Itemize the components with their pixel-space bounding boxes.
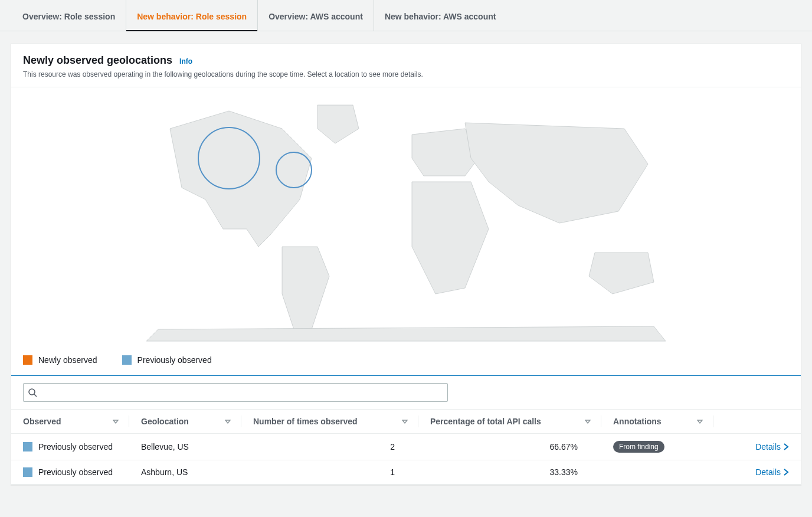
details-link[interactable]: Details — [755, 467, 789, 477]
svg-point-0 — [29, 389, 35, 395]
percentage-cell: 66.67% — [418, 434, 601, 460]
geolocation-cell: Ashburn, US — [129, 460, 241, 485]
observed-label: Previously observed — [38, 442, 113, 451]
panel-title: Newly observed geolocations — [23, 54, 172, 67]
row-swatch — [23, 442, 32, 451]
svg-line-1 — [34, 394, 37, 397]
world-map[interactable] — [11, 87, 801, 347]
tab-new-behavior-aws-account[interactable]: New behavior: AWS account — [374, 0, 507, 31]
times-cell: 2 — [241, 434, 418, 460]
geolocation-cell: Bellevue, US — [129, 434, 241, 460]
geolocations-table: Observed Geolocation Number of times obs… — [11, 409, 801, 485]
search-box — [23, 383, 448, 402]
annotations-cell: From finding — [601, 434, 713, 460]
tab-overview-aws-account[interactable]: Overview: AWS account — [258, 0, 374, 31]
row-swatch — [23, 467, 32, 477]
table-row: Previously observed Ashburn, US 1 33.33%… — [11, 460, 801, 485]
world-map-svg — [135, 93, 677, 347]
col-annotations[interactable]: Annotations — [601, 410, 713, 434]
tab-new-behavior-role-session[interactable]: New behavior: Role session — [126, 0, 258, 31]
legend-label: Newly observed — [38, 355, 97, 365]
percentage-cell: 33.33% — [418, 460, 601, 485]
info-link[interactable]: Info — [179, 57, 192, 66]
sort-icon — [585, 418, 591, 424]
col-label: Annotations — [613, 417, 662, 426]
annotation-badge: From finding — [613, 441, 664, 453]
sort-icon — [697, 418, 703, 424]
map-legend: Newly observed Previously observed — [11, 347, 801, 375]
col-details — [713, 410, 801, 434]
col-label: Observed — [23, 417, 61, 426]
geolocations-panel: Newly observed geolocations Info This re… — [11, 43, 801, 485]
tab-label: New behavior: Role session — [137, 12, 247, 21]
tabs-bar: Overview: Role session New behavior: Rol… — [0, 0, 812, 31]
search-input[interactable] — [23, 383, 448, 402]
sort-icon — [113, 418, 119, 424]
col-times-observed[interactable]: Number of times observed — [241, 410, 418, 434]
legend-previously-observed: Previously observed — [122, 355, 212, 365]
col-geolocation[interactable]: Geolocation — [129, 410, 241, 434]
sort-icon — [225, 418, 231, 424]
observed-cell: Previously observed — [23, 442, 117, 451]
chevron-right-icon — [783, 469, 789, 476]
table-body: Previously observed Bellevue, US 2 66.67… — [11, 434, 801, 485]
col-label: Percentage of total API calls — [430, 417, 541, 426]
details-label: Details — [755, 467, 781, 477]
tab-label: New behavior: AWS account — [385, 12, 496, 21]
tab-label: Overview: AWS account — [269, 12, 363, 21]
col-label: Geolocation — [141, 417, 189, 426]
col-observed[interactable]: Observed — [11, 410, 129, 434]
search-row — [11, 376, 801, 409]
observed-cell: Previously observed — [23, 467, 117, 477]
legend-label: Previously observed — [137, 355, 212, 365]
table-section: Observed Geolocation Number of times obs… — [11, 375, 801, 485]
tab-label: Overview: Role session — [22, 12, 115, 21]
panel-description: This resource was observed operating in … — [23, 70, 789, 78]
col-percentage[interactable]: Percentage of total API calls — [418, 410, 601, 434]
swatch-previously-observed — [122, 355, 132, 365]
search-icon — [28, 388, 37, 397]
sort-icon — [402, 418, 408, 424]
panel-header: Newly observed geolocations Info This re… — [11, 44, 801, 87]
table-header-row: Observed Geolocation Number of times obs… — [11, 410, 801, 434]
details-label: Details — [755, 442, 781, 451]
col-label: Number of times observed — [253, 417, 358, 426]
swatch-newly-observed — [23, 355, 32, 365]
legend-newly-observed: Newly observed — [23, 355, 97, 365]
times-cell: 1 — [241, 460, 418, 485]
annotations-cell — [601, 460, 713, 485]
chevron-right-icon — [783, 443, 789, 450]
observed-label: Previously observed — [38, 467, 113, 477]
details-link[interactable]: Details — [755, 442, 789, 451]
table-row: Previously observed Bellevue, US 2 66.67… — [11, 434, 801, 460]
tab-overview-role-session[interactable]: Overview: Role session — [12, 0, 126, 31]
